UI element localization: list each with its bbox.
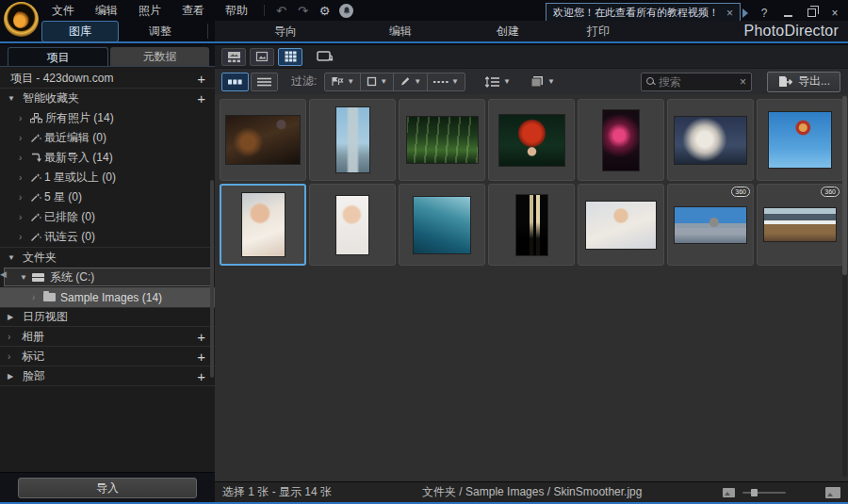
thumbnail-size-slider[interactable]	[742, 492, 786, 494]
thumbnail-forest	[406, 116, 479, 164]
sidebar-item-five-star[interactable]: › 5 星 (0)	[0, 187, 215, 207]
menu-view[interactable]: 查看	[173, 0, 213, 22]
sidebar-scrollbar[interactable]	[210, 180, 214, 378]
sidebar-item-recent-edits[interactable]: › 最近编辑 (0)	[0, 128, 215, 148]
tags-label: 标记	[22, 349, 44, 365]
add-project-icon[interactable]: +	[197, 72, 205, 86]
photo-cell-window-blinds[interactable]	[488, 184, 575, 266]
add-smart-collection-icon[interactable]: +	[197, 91, 205, 106]
photo-cell-ocean-wave[interactable]	[399, 184, 485, 266]
export-button[interactable]: 导出...	[767, 72, 840, 92]
sidebar-item-cyberlink-cloud[interactable]: › 讯连云 (0)	[0, 227, 215, 247]
redo-icon[interactable]: ↷	[294, 4, 312, 18]
albums-row[interactable]: › 相册 +	[0, 327, 215, 347]
tooltip-close-icon[interactable]: ×	[726, 7, 733, 20]
tags-row[interactable]: › 标记 +	[0, 347, 215, 366]
folder-row-sample-images[interactable]: › Sample Images (14)	[0, 287, 215, 307]
photo-cell-snowboarder[interactable]	[757, 99, 843, 181]
one-star-up-label: 1 星或以上 (0)	[44, 170, 116, 186]
thumbnail-maple-leaf	[498, 114, 565, 167]
slider-thumb[interactable]	[751, 489, 758, 496]
search-icon	[646, 77, 655, 86]
label-filter-button[interactable]: ▼	[360, 73, 394, 91]
photo-cell-woman-laughing[interactable]	[309, 184, 396, 266]
browser-filmstrip-view-button[interactable]	[221, 48, 246, 66]
sort-order-button[interactable]: ▼	[479, 73, 516, 91]
tab-print[interactable]: 打印	[578, 22, 619, 41]
import-button[interactable]: 导入	[18, 478, 197, 498]
folders-header[interactable]: ▼ 文件夹	[0, 247, 215, 267]
flag-filter-button[interactable]: ▼	[324, 73, 361, 91]
tab-guided[interactable]: 导向	[265, 22, 306, 41]
grid-scrollbar-thumb[interactable]	[842, 96, 847, 275]
thumbnail-panorama-beach	[674, 206, 747, 244]
edited-filter-button[interactable]: ▼	[393, 73, 428, 91]
help-button[interactable]: ?	[757, 7, 772, 20]
drive-row-system-c[interactable]: ▼ 系统 (C:)	[4, 268, 211, 286]
large-thumbnail-icon[interactable]	[825, 487, 840, 498]
tab-create[interactable]: 创建	[487, 22, 529, 41]
stack-photos-button[interactable]: ▼	[524, 73, 561, 91]
list-view-button[interactable]	[251, 73, 278, 91]
menu-file[interactable]: 文件	[43, 0, 83, 22]
faces-row[interactable]: ▶ 脸部 +	[0, 366, 215, 386]
calendar-view-row[interactable]: ▶ 日历视图	[0, 307, 215, 327]
tab-library[interactable]: 图库	[41, 21, 119, 42]
small-thumbnail-icon[interactable]	[723, 488, 735, 497]
minimize-button[interactable]	[780, 7, 795, 20]
tab-edit[interactable]: 编辑	[380, 22, 421, 41]
magic-wand-icon	[30, 133, 41, 143]
tab-metadata[interactable]: 元数据	[110, 47, 209, 66]
photo-cell-rocket-launch[interactable]	[667, 99, 754, 181]
add-album-icon[interactable]: +	[197, 330, 205, 344]
thumbnail-window-blinds	[515, 194, 548, 256]
tab-divider	[207, 24, 208, 39]
close-button[interactable]: ×	[827, 7, 842, 20]
photo-cell-woman-smiling-selected[interactable]	[220, 184, 306, 266]
add-tag-icon[interactable]: +	[197, 350, 205, 364]
smart-collection-header[interactable]: ▼ 智能收藏夹 +	[0, 89, 215, 108]
photo-cell-basketball-dunk[interactable]	[220, 99, 306, 181]
chevron-right-icon[interactable]: ▶	[8, 372, 20, 381]
add-face-icon[interactable]: +	[197, 369, 205, 383]
menu-photo[interactable]: 照片	[130, 0, 170, 22]
chevron-down-icon[interactable]: ▼	[8, 253, 20, 262]
menu-help[interactable]: 帮助	[217, 0, 256, 22]
photo-cell-forest[interactable]	[399, 99, 485, 181]
thumbnail-view-button[interactable]	[221, 73, 249, 91]
faces-label: 脸部	[23, 368, 45, 384]
chevron-right-icon[interactable]: ▶	[8, 313, 20, 321]
chevron-down-icon[interactable]: ▼	[20, 273, 32, 282]
grid-row-1	[220, 99, 839, 181]
chevron-right-icon: ›	[32, 292, 43, 302]
undo-icon[interactable]: ↶	[272, 4, 290, 18]
photo-cell-skyscraper[interactable]	[309, 99, 396, 181]
more-filter-button[interactable]: ▼	[427, 73, 465, 91]
secondary-display-button[interactable]	[316, 50, 334, 64]
photo-cell-maple-leaf[interactable]	[488, 99, 575, 181]
tab-project[interactable]: 项目	[8, 47, 108, 66]
search-input[interactable]	[659, 75, 736, 89]
photo-cell-woman-leaning[interactable]	[578, 184, 664, 266]
project-row[interactable]: 项目 - 423down.com +	[0, 69, 215, 89]
photo-cell-panorama-beach[interactable]: 360	[667, 184, 754, 266]
photo-cell-panorama-canyon[interactable]: 360	[757, 184, 843, 266]
menu-edit[interactable]: 编辑	[87, 0, 126, 22]
sidebar-item-latest-import[interactable]: › 最新导入 (14)	[0, 148, 215, 168]
grid-view-button[interactable]	[278, 48, 302, 66]
photo-cell-neon-sign[interactable]	[578, 99, 664, 181]
sidebar-collapse-icon[interactable]: ◀	[0, 269, 7, 279]
filter-toolbar: 过滤: ▼ ▼ ▼ ▼	[215, 68, 848, 94]
grid-scrollbar[interactable]	[842, 96, 847, 477]
sidebar-item-rejected[interactable]: › 已排除 (0)	[0, 207, 215, 227]
maximize-button[interactable]	[804, 7, 819, 20]
notification-bell-icon[interactable]	[339, 4, 353, 18]
search-clear-icon[interactable]: ×	[740, 75, 746, 89]
tab-adjust[interactable]: 调整	[139, 22, 181, 41]
viewer-view-button[interactable]	[250, 48, 274, 66]
sidebar-item-one-star-up[interactable]: › 1 星或以上 (0)	[0, 168, 215, 187]
sidebar-item-all-photos[interactable]: › 所有照片 (14)	[0, 108, 215, 128]
chevron-down-icon: ▼	[451, 77, 459, 86]
chevron-down-icon[interactable]: ▼	[8, 94, 20, 103]
settings-gear-icon[interactable]: ⚙	[316, 4, 334, 18]
